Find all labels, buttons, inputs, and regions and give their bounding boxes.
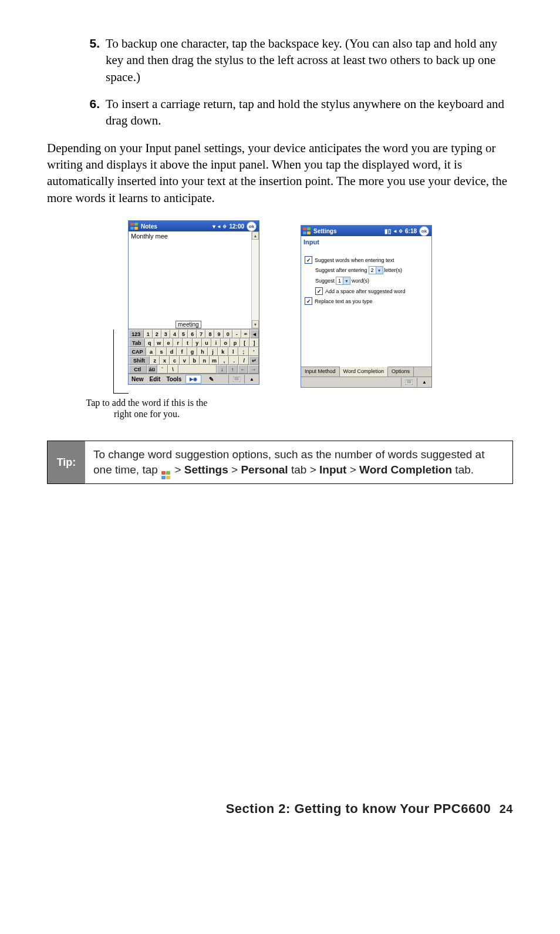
key-t[interactable]: t — [183, 338, 192, 347]
key-w[interactable]: w — [154, 338, 164, 347]
key-v[interactable]: v — [180, 356, 190, 365]
list-number-6: 6. — [82, 96, 100, 129]
key-accent[interactable]: áü — [147, 365, 157, 374]
label-suggest: Suggest words when entering text — [315, 257, 394, 263]
key-quote[interactable]: ' — [249, 347, 259, 356]
scroll-up-button[interactable]: ▲ — [252, 231, 259, 240]
menu-new[interactable]: New — [129, 376, 147, 382]
key-backtick[interactable]: ` — [157, 365, 168, 374]
key-j[interactable]: j — [208, 347, 218, 356]
scrollbar[interactable]: ▲ ▼ — [251, 231, 259, 328]
key-r[interactable]: r — [173, 338, 183, 347]
key-h[interactable]: h — [197, 347, 207, 356]
key-4[interactable]: 4 — [170, 330, 179, 338]
sip-keyboard-icon[interactable] — [401, 378, 417, 387]
sip-arrow-icon[interactable]: ▲ — [417, 378, 431, 387]
tab-options[interactable]: Options — [388, 367, 414, 377]
key-p[interactable]: p — [230, 338, 239, 347]
key-8[interactable]: 8 — [205, 330, 214, 338]
key-slash[interactable]: / — [239, 356, 249, 365]
volume-icon: ◀ၔ — [218, 223, 227, 230]
key-l[interactable]: l — [228, 347, 238, 356]
key-cap[interactable]: CAP — [129, 347, 146, 356]
settings-titlebar: Settings ▮▯ ◀ၔ 6:18 ok — [301, 226, 431, 236]
key-semicolon[interactable]: ; — [238, 347, 248, 356]
key-right[interactable]: → — [248, 365, 259, 374]
key-shift[interactable]: Shift — [129, 356, 150, 365]
key-n[interactable]: n — [200, 356, 210, 365]
callout-line — [113, 330, 129, 394]
key-lbracket[interactable]: [ — [240, 338, 249, 347]
key-5[interactable]: 5 — [179, 330, 188, 338]
clock-time: 6:18 — [405, 228, 417, 234]
sip-keyboard-icon[interactable] — [228, 375, 244, 384]
key-x[interactable]: x — [160, 356, 170, 365]
key-up[interactable]: ↑ — [227, 365, 238, 374]
key-tab[interactable]: Tab — [129, 338, 145, 347]
key-1[interactable]: 1 — [144, 330, 153, 338]
key-c[interactable]: c — [170, 356, 180, 365]
scroll-down-button[interactable]: ▼ — [252, 320, 259, 328]
ok-button[interactable]: ok — [419, 226, 429, 236]
start-icon[interactable] — [302, 227, 311, 235]
notes-text[interactable]: Monthly mee — [129, 231, 259, 241]
key-space[interactable] — [178, 365, 217, 374]
key-o[interactable]: o — [221, 338, 230, 347]
key-u[interactable]: u — [202, 338, 211, 347]
key-f[interactable]: f — [177, 347, 187, 356]
key-d[interactable]: d — [167, 347, 177, 356]
key-7[interactable]: 7 — [197, 330, 205, 338]
menu-edit[interactable]: Edit — [147, 376, 164, 382]
key-minus[interactable]: - — [232, 330, 241, 338]
key-k[interactable]: k — [218, 347, 228, 356]
checkbox-addspace[interactable]: ✓ — [315, 287, 323, 295]
ok-button[interactable]: ok — [247, 221, 257, 231]
key-rbracket[interactable]: ] — [249, 338, 259, 347]
key-123[interactable]: 123 — [129, 330, 144, 338]
notes-title: Notes — [141, 223, 157, 230]
key-backspace[interactable]: ◄ — [250, 330, 259, 338]
soft-keyboard[interactable]: 123 1 2 3 4 5 6 7 8 9 0 - = ◄ Tab — [129, 329, 259, 374]
dropdown-words[interactable]: 1▼ — [336, 277, 350, 285]
signal-icon: ▾ — [212, 223, 215, 230]
settings-title: Settings — [313, 228, 336, 234]
key-enter[interactable]: ↵ — [249, 356, 259, 365]
key-a[interactable]: a — [146, 347, 156, 356]
key-comma[interactable]: , — [219, 356, 229, 365]
key-e[interactable]: e — [164, 338, 173, 347]
list-text-6: To insert a carriage return, tap and hol… — [106, 96, 513, 129]
key-backslash[interactable]: \ — [168, 365, 178, 374]
label-replace: Replace text as you type — [315, 298, 373, 304]
key-2[interactable]: 2 — [153, 330, 161, 338]
word-suggestion[interactable]: meeting — [176, 321, 201, 328]
tab-word-completion[interactable]: Word Completion — [340, 367, 388, 377]
key-y[interactable]: y — [193, 338, 202, 347]
key-period[interactable]: . — [229, 356, 239, 365]
checkbox-replace[interactable]: ✓ — [305, 297, 312, 305]
key-0[interactable]: 0 — [224, 330, 232, 338]
start-icon[interactable] — [130, 222, 139, 230]
key-z[interactable]: z — [150, 356, 160, 365]
key-ctl[interactable]: Ctl — [129, 365, 147, 374]
tab-input-method[interactable]: Input Method — [301, 367, 340, 377]
checkbox-suggest[interactable]: ✓ — [305, 256, 312, 264]
key-m[interactable]: m — [210, 356, 220, 365]
sip-arrow-icon[interactable]: ▲ — [244, 375, 259, 384]
key-g[interactable]: g — [187, 347, 197, 356]
key-6[interactable]: 6 — [188, 330, 197, 338]
dropdown-letters[interactable]: 2▼ — [369, 266, 383, 274]
key-q[interactable]: q — [145, 338, 154, 347]
notes-menubar: New Edit Tools ▶◉ ✎ ▲ — [129, 374, 259, 384]
key-i[interactable]: i — [211, 338, 221, 347]
key-s[interactable]: s — [156, 347, 166, 356]
pen-icon[interactable]: ✎ — [204, 375, 218, 383]
key-b[interactable]: b — [190, 356, 200, 365]
key-3[interactable]: 3 — [161, 330, 170, 338]
menu-tools[interactable]: Tools — [163, 376, 184, 382]
key-left[interactable]: ← — [238, 365, 248, 374]
settings-subtitle: Input — [301, 236, 431, 254]
key-9[interactable]: 9 — [214, 330, 223, 338]
record-icon[interactable]: ▶◉ — [185, 375, 201, 384]
key-down[interactable]: ↓ — [217, 365, 227, 374]
key-equals[interactable]: = — [241, 330, 250, 338]
